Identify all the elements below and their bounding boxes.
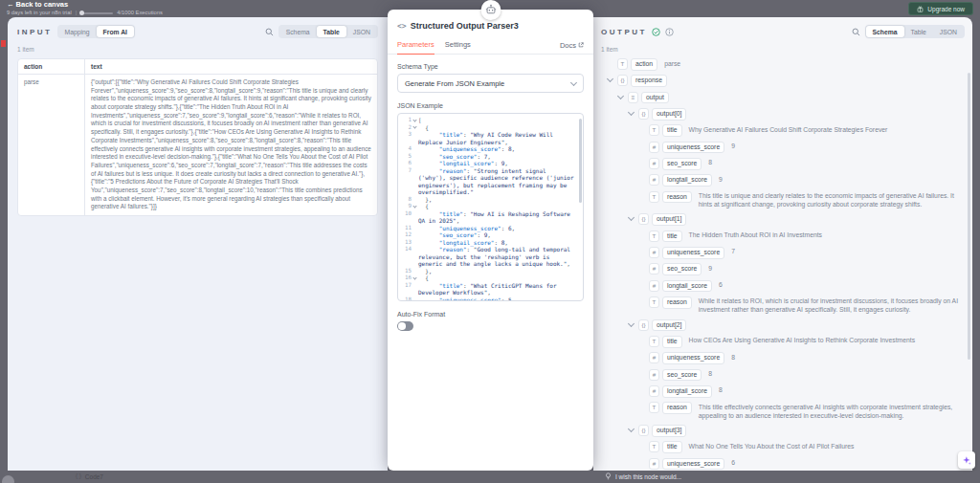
editor-scrollbar[interactable] (579, 119, 582, 203)
schema-key-title[interactable]: title (662, 124, 682, 137)
schema-key-output[1][interactable]: output[1] (652, 213, 686, 226)
editor-line[interactable]: 11 "uniqueness_score": 6, (398, 225, 576, 232)
schema-key-seo_score[interactable]: seo_score (662, 369, 702, 382)
table-row[interactable]: parse {"output":[{"title":"Why Generativ… (18, 75, 377, 215)
schema-key-longtail_score[interactable]: longtail_score (662, 174, 712, 187)
editor-line[interactable]: 12 "seo_score": 9, (398, 231, 576, 239)
editor-line[interactable]: 16 { (398, 274, 576, 282)
editor-line[interactable]: 14 "reason": "Good long-tail and tempora… (398, 246, 576, 268)
fold-chevron-icon[interactable] (412, 124, 418, 132)
schema-key-output[0][interactable]: output[0] (652, 108, 686, 121)
schema-key-title[interactable]: title (662, 336, 682, 348)
output-view-json[interactable]: JSON (933, 26, 964, 37)
lightbulb-icon (605, 472, 612, 480)
search-icon[interactable] (852, 28, 860, 36)
column-header-text[interactable]: text (85, 59, 377, 74)
schema-key-reason[interactable]: reason (662, 296, 692, 309)
schema-row: TtitleWhy Generative AI Failures Could S… (601, 124, 965, 137)
tab-from-ai[interactable]: From AI (97, 26, 134, 37)
editor-line[interactable]: 1[ (398, 117, 576, 124)
collapse-caret-icon[interactable] (607, 76, 613, 82)
node-feedback-link[interactable]: I wish this node would... (605, 472, 681, 480)
schema-value: How CEOs Are Using Generative AI Insight… (689, 336, 965, 345)
output-view-schema[interactable]: Schema (866, 26, 904, 37)
output-view-table[interactable]: Table (904, 26, 933, 37)
collapse-caret-icon[interactable] (628, 214, 635, 221)
input-view-json[interactable]: JSON (346, 26, 377, 37)
schema-row: #uniqueness_score7 (601, 247, 965, 259)
upgrade-now-button[interactable]: Upgrade now (908, 2, 973, 15)
collapse-caret-icon[interactable] (617, 93, 624, 99)
schema-key-uniqueness_score[interactable]: uniqueness_score (662, 142, 724, 154)
json-example-editor[interactable]: 1[2 {3 "title": "Why AI Code Review Will… (397, 113, 584, 301)
collapse-caret-icon[interactable] (628, 426, 635, 432)
object-type-icon: {} (638, 213, 649, 225)
trial-status: 9 days left in your n8n trial | 4/1000 E… (7, 10, 163, 15)
editor-line[interactable]: 2 { (398, 124, 576, 132)
editor-line[interactable]: 18 "uniqueness_score": 5, (398, 296, 576, 302)
schema-key-title[interactable]: title (662, 231, 682, 243)
schema-key-seo_score[interactable]: seo_score (662, 158, 702, 170)
docs-link[interactable]: Docs (560, 41, 584, 50)
auto-fix-format-toggle[interactable] (397, 321, 413, 331)
schema-row: #uniqueness_score6 (601, 458, 965, 471)
schema-value: 9 (719, 174, 965, 184)
schema-key-uniqueness_score[interactable]: uniqueness_score (662, 352, 724, 364)
schema-key-uniqueness_score[interactable]: uniqueness_score (662, 458, 724, 471)
info-icon[interactable] (665, 28, 674, 36)
schema-key-action[interactable]: action (631, 58, 657, 71)
node-details-view: INPUT Mapping From AI Schema Table JSON … (8, 17, 972, 471)
collapse-caret-icon[interactable] (628, 320, 635, 327)
input-table-header: action text (18, 59, 377, 75)
tab-settings[interactable]: Settings (445, 36, 471, 54)
fold-spacer (412, 296, 418, 302)
schema-key-response[interactable]: response (631, 75, 667, 87)
search-icon[interactable] (265, 28, 274, 36)
schema-key-output[2][interactable]: output[2] (652, 319, 686, 332)
schema-key-longtail_score[interactable]: longtail_score (662, 385, 712, 398)
editor-line[interactable]: 6 "longtail_score": 9, (398, 160, 576, 167)
editor-line[interactable]: 4 "uniqueness_score": 8, (398, 145, 576, 153)
tab-mapping[interactable]: Mapping (58, 26, 97, 37)
ai-assistant-button[interactable] (958, 451, 975, 469)
editor-line[interactable]: 8 }, (398, 196, 576, 204)
object-type-icon: {} (638, 425, 649, 436)
editor-line[interactable]: 10 "title": "How AI is Reshaping Softwar… (398, 210, 576, 225)
tab-parameters[interactable]: Parameters (397, 36, 434, 55)
editor-line[interactable]: 7 "reason": "Strong intent signal ('why'… (398, 167, 576, 196)
object-type-icon: {} (638, 319, 649, 331)
editor-line[interactable]: 5 "seo_score": 7, (398, 153, 576, 161)
schema-key-seo_score[interactable]: seo_score (662, 263, 702, 275)
schema-type-select[interactable]: Generate From JSON Example (397, 74, 584, 93)
fold-chevron-icon[interactable] (412, 274, 418, 282)
input-view-table[interactable]: Table (317, 26, 346, 37)
gift-icon (917, 6, 924, 12)
schema-key-output[interactable]: output (641, 92, 669, 104)
fold-chevron-icon[interactable] (412, 117, 418, 124)
schema-key-title[interactable]: title (662, 441, 682, 453)
code-text: "longtail_score": 9, (418, 160, 576, 167)
editor-line[interactable]: 17 "title": "What CriticGPT Means for De… (398, 282, 576, 296)
fold-chevron-icon[interactable] (412, 203, 418, 210)
collapse-caret-icon[interactable] (628, 109, 635, 116)
output-scrollbar[interactable] (968, 73, 971, 360)
schema-key-output[3][interactable]: output[3] (652, 425, 686, 437)
editor-line[interactable]: 13 "longtail_score": 8, (398, 239, 576, 247)
number-type-icon: # (649, 280, 659, 292)
schema-value: 8 (719, 385, 965, 395)
fold-spacer (412, 225, 418, 232)
editor-line[interactable]: 3 "title": "Why AI Code Review Will Repl… (398, 131, 576, 145)
editor-line[interactable]: 15 }, (398, 268, 576, 275)
column-header-action[interactable]: action (18, 59, 85, 74)
schema-key-reason[interactable]: reason (662, 402, 692, 414)
editor-line[interactable]: 9 { (398, 203, 576, 210)
schema-key-longtail_score[interactable]: longtail_score (662, 280, 712, 293)
back-to-canvas-link[interactable]: ← Back to canvas (7, 1, 163, 9)
line-number: 8 (398, 196, 412, 204)
schema-row: {}output[0] (601, 108, 965, 121)
top-bar: ← Back to canvas 9 days left in your n8n… (0, 0, 980, 17)
input-view-schema[interactable]: Schema (279, 26, 317, 37)
schema-key-reason[interactable]: reason (662, 191, 692, 204)
schema-key-uniqueness_score[interactable]: uniqueness_score (662, 247, 724, 259)
success-check-icon (652, 28, 660, 36)
